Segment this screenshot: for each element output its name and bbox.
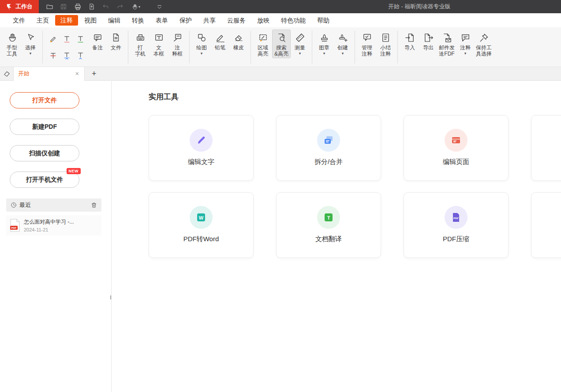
- chevron-down-icon: ▾: [464, 51, 467, 56]
- manage-comments-button[interactable]: 管理 注释: [358, 30, 376, 58]
- print-button[interactable]: [72, 1, 83, 12]
- tool-card-label: 拆分/合并: [314, 158, 343, 166]
- highlight-tool-button[interactable]: [46, 30, 60, 47]
- application-window: 工作台 ▾: [0, 0, 561, 392]
- ribbon-button-label: 创建: [337, 45, 348, 51]
- menu-item-share[interactable]: 共享: [198, 13, 221, 27]
- chevron-down-icon: ▾: [323, 51, 325, 56]
- tool-card-partial[interactable]: [531, 192, 561, 258]
- ribbon-separator: [251, 31, 251, 63]
- tab-label: 开始: [18, 70, 75, 78]
- keep-tool-selected-button[interactable]: 保持工 具选择: [475, 30, 493, 58]
- measure-button[interactable]: 测量 ▾: [291, 30, 309, 57]
- hand-tool-button[interactable]: 手型 工具: [3, 30, 21, 58]
- search-highlight-button[interactable]: 搜索 &高亮: [272, 30, 291, 58]
- ribbon-button-label: 测量: [295, 45, 305, 51]
- eraser-button[interactable]: 橡皮: [229, 30, 248, 52]
- summarize-comments-button[interactable]: 小结 注释: [376, 30, 395, 58]
- new-tab-button[interactable]: +: [92, 69, 97, 78]
- tool-card-partial[interactable]: [531, 115, 561, 181]
- menu-item-view[interactable]: 视图: [79, 13, 102, 27]
- open-file-button[interactable]: [44, 1, 55, 12]
- drawing-shapes-icon: [197, 31, 207, 44]
- menu-item-features[interactable]: 特色功能: [275, 13, 311, 27]
- tool-card-translate[interactable]: T 文档翻译: [276, 192, 381, 258]
- comments-panel-button[interactable]: 注释 ▾: [456, 30, 475, 57]
- new-badge: NEW: [67, 168, 81, 174]
- save-button[interactable]: [58, 1, 69, 12]
- undo-icon: [102, 3, 109, 10]
- tool-card-label: PDF转Word: [183, 235, 219, 243]
- drawing-button[interactable]: 绘图 ▾: [192, 30, 211, 57]
- tool-card-pdf-to-word[interactable]: W PDF转Word: [149, 192, 254, 258]
- typewriter-button[interactable]: 打 字机: [131, 30, 150, 58]
- squiggly-underline-tool-button[interactable]: [60, 30, 74, 47]
- sidebar: 打开文件 新建PDF 扫描仪创建 打开手机文件 NEW 最近 PDF: [0, 81, 112, 392]
- export-comments-button[interactable]: 导出: [419, 30, 438, 52]
- ribbon-separator: [189, 31, 190, 63]
- strikeout-tool-button[interactable]: [46, 47, 60, 64]
- tool-card-label: 编辑文字: [188, 158, 214, 166]
- open-mobile-file-button[interactable]: 打开手机文件 NEW: [10, 172, 79, 188]
- menu-item-edit[interactable]: 编辑: [102, 13, 126, 27]
- menu-item-comment[interactable]: 注释: [55, 15, 78, 26]
- tool-card-label: 文档翻译: [315, 235, 342, 243]
- ribbon-button-label: 注释: [460, 45, 471, 51]
- insert-text-tool-button[interactable]: [74, 47, 87, 64]
- scanner-create-button[interactable]: 扫描仪创建: [10, 145, 79, 161]
- menu-item-file[interactable]: 文件: [7, 13, 31, 27]
- file-attachment-button[interactable]: 文件: [107, 30, 125, 52]
- menu-item-cloud[interactable]: 云服务: [221, 13, 251, 27]
- textbox-button[interactable]: 文 本框: [150, 30, 168, 58]
- ribbon-group-text-markup: 备注 文件: [45, 30, 125, 64]
- search-highlight-icon: [277, 31, 287, 44]
- underline-tool-button[interactable]: [74, 30, 87, 47]
- area-highlight-button[interactable]: 区域 高亮: [254, 30, 272, 58]
- pencil-button[interactable]: 铅笔: [211, 30, 229, 52]
- section-title: 实用工具: [149, 92, 179, 102]
- note-button[interactable]: 备注: [88, 30, 107, 52]
- menu-item-home[interactable]: 主页: [31, 13, 55, 27]
- ribbon-button-label: 文件: [111, 45, 121, 51]
- undo-button[interactable]: [100, 1, 112, 12]
- export-icon: [423, 31, 434, 44]
- ribbon-group-tools: 手型 工具 选择 ▾: [3, 30, 40, 58]
- callout-button[interactable]: 注 释框: [168, 30, 187, 58]
- select-tool-button[interactable]: 选择 ▾: [21, 30, 40, 57]
- menu-item-convert[interactable]: 转换: [126, 13, 150, 27]
- open-file-sidebar-button[interactable]: 打开文件: [10, 92, 79, 108]
- menu-item-slideshow[interactable]: 放映: [251, 13, 275, 27]
- ribbon-button-label: 选择: [25, 45, 36, 51]
- tool-card-split-merge[interactable]: 拆分/合并: [276, 115, 381, 181]
- quick-tool-button[interactable]: [0, 70, 13, 78]
- stamp-button[interactable]: 图章 ▾: [315, 30, 333, 57]
- tab-start[interactable]: 开始 ×: [13, 67, 85, 81]
- ribbon-button-label: 导入: [404, 45, 415, 51]
- recent-file-item[interactable]: PDF 怎么面对高中学习 -... 2024-11-21: [6, 215, 101, 235]
- menu-item-protect[interactable]: 保护: [174, 13, 198, 27]
- new-pdf-button[interactable]: 新建PDF: [10, 119, 79, 135]
- replace-text-tool-button[interactable]: [60, 47, 74, 64]
- pdf-file-icon: PDF: [10, 219, 20, 232]
- menu-item-help[interactable]: 帮助: [311, 13, 335, 27]
- tool-card-edit-text[interactable]: 编辑文字: [149, 115, 254, 181]
- create-stamp-button[interactable]: 创建 ▾: [333, 30, 352, 57]
- email-fdf-button[interactable]: 邮件发 送FDF: [438, 30, 456, 58]
- customize-toolbar-button[interactable]: [153, 1, 165, 12]
- tool-card-edit-pages[interactable]: 编辑页面: [404, 115, 509, 181]
- trash-icon[interactable]: [91, 202, 97, 208]
- menu-item-form[interactable]: 表单: [150, 13, 174, 27]
- tool-card-pdf-compress[interactable]: PDF PDF压缩: [404, 192, 509, 258]
- close-icon[interactable]: ×: [75, 70, 80, 77]
- export-button[interactable]: [86, 1, 97, 12]
- import-comments-button[interactable]: 导入: [400, 30, 419, 52]
- content-area: 打开文件 新建PDF 扫描仪创建 打开手机文件 NEW 最近 PDF: [0, 81, 561, 392]
- workbench-button[interactable]: 工作台: [0, 0, 39, 13]
- redo-button[interactable]: [114, 1, 126, 12]
- hand-mode-button[interactable]: ▾: [128, 1, 143, 12]
- note-bubble-icon: [93, 31, 103, 44]
- file-attachment-icon: [111, 31, 121, 44]
- ribbon-separator: [355, 31, 355, 63]
- ribbon-group-stamps: 图章 ▾ 创建 ▾: [315, 30, 352, 57]
- svg-text:PDF: PDF: [453, 217, 459, 220]
